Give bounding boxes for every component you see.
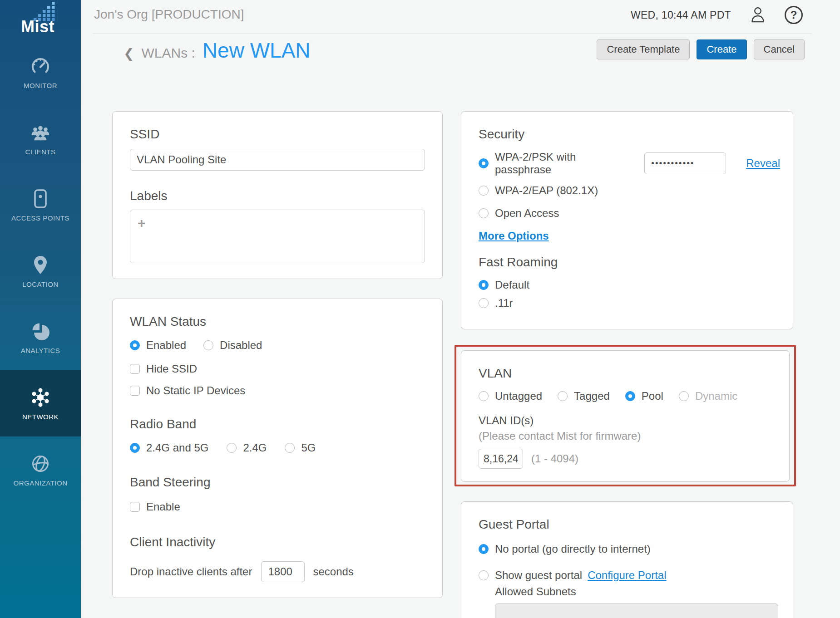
wlan-status-card: WLAN Status Enabled Disabled Hide SSID N… xyxy=(112,299,443,598)
vlan-untagged-radio[interactable] xyxy=(479,391,489,401)
vlan-ids-row: (1 - 4094) xyxy=(479,449,772,469)
show-portal-label: Show guest portal xyxy=(495,569,582,582)
hide-ssid-label: Hide SSID xyxy=(146,363,197,375)
sidebar-item-access-points[interactable]: ACCESS POINTS xyxy=(0,172,81,238)
fast-roaming-title: Fast Roaming xyxy=(479,255,780,270)
vlan-firmware-note: (Please contact Mist for firmware) xyxy=(479,430,772,442)
reveal-link[interactable]: Reveal xyxy=(746,157,780,170)
clock-text: WED, 10:44 AM PDT xyxy=(631,9,731,21)
wpa2-eap-radio[interactable] xyxy=(479,186,489,196)
network-icon xyxy=(30,387,51,408)
vlan-ids-input[interactable] xyxy=(479,449,523,469)
fast-roaming-default-label: Default xyxy=(495,279,529,291)
sidebar-item-clients[interactable]: CLIENTS xyxy=(0,105,81,172)
mist-logo-text: Mist xyxy=(21,17,54,36)
no-static-ip-label: No Static IP Devices xyxy=(146,384,245,397)
help-icon: ? xyxy=(785,6,803,24)
band-steering-checkbox[interactable] xyxy=(130,502,140,512)
sidebar-item-label: ANALYTICS xyxy=(21,347,60,354)
band-steering-enable-row: Enable xyxy=(130,500,425,513)
back-chevron-icon[interactable]: ❮ xyxy=(124,46,134,61)
disabled-radio[interactable] xyxy=(203,340,213,350)
vlan-pool-radio[interactable] xyxy=(625,391,635,401)
wpa2-psk-row: WPA-2/PSK with passphrase Reveal xyxy=(479,151,780,176)
fast-roaming-default-radio[interactable] xyxy=(479,280,489,290)
configure-portal-link[interactable]: Configure Portal xyxy=(588,569,666,582)
sidebar-item-label: NETWORK xyxy=(22,413,59,421)
band-5g-radio[interactable] xyxy=(285,443,295,453)
enabled-radio[interactable] xyxy=(130,340,140,350)
account-button[interactable] xyxy=(750,5,766,25)
no-portal-row: No portal (go directly to internet) xyxy=(479,543,776,555)
show-portal-row: Show guest portal Configure Portal xyxy=(479,569,776,582)
sidebar-item-organization[interactable]: ORGANIZATION xyxy=(0,437,81,503)
no-portal-radio[interactable] xyxy=(479,544,489,554)
sidebar-item-location[interactable]: LOCATION xyxy=(0,238,81,304)
open-access-row: Open Access xyxy=(479,207,780,220)
header-divider xyxy=(93,34,812,34)
hide-ssid-checkbox[interactable] xyxy=(130,364,140,374)
vlan-title: VLAN xyxy=(479,366,772,381)
wpa2-psk-radio[interactable] xyxy=(479,158,489,168)
fast-roaming-default-row: Default xyxy=(479,279,780,291)
band-24g-label: 2.4G xyxy=(243,441,267,454)
fast-roaming-11r-radio[interactable] xyxy=(479,298,489,308)
show-portal-radio[interactable] xyxy=(479,570,489,580)
sidebar-item-label: ORGANIZATION xyxy=(13,479,67,487)
mist-logo[interactable]: Mist xyxy=(0,0,81,39)
location-pin-icon xyxy=(30,254,51,276)
passphrase-input[interactable] xyxy=(644,152,726,174)
help-button[interactable]: ? xyxy=(785,6,803,24)
allowed-subnets-input[interactable] xyxy=(495,603,778,618)
fast-roaming-11r-row: .11r xyxy=(479,297,780,309)
vlan-pool-label: Pool xyxy=(642,390,663,402)
vlan-options: Untagged Tagged Pool Dynamic xyxy=(479,390,772,402)
vlan-dynamic-radio[interactable] xyxy=(679,391,689,401)
help-glyph: ? xyxy=(791,9,797,21)
access-points-icon xyxy=(30,188,51,210)
header-right: WED, 10:44 AM PDT ? xyxy=(631,5,803,25)
vlan-untagged-label: Untagged xyxy=(495,390,542,402)
vlan-range-hint: (1 - 4094) xyxy=(531,452,578,465)
hide-ssid-row: Hide SSID xyxy=(130,363,425,375)
open-access-label: Open Access xyxy=(495,207,559,220)
band-both-radio[interactable] xyxy=(130,443,140,453)
client-inactivity-row: Drop inactive clients after seconds xyxy=(130,561,425,582)
org-title: Jon's Org [PRODUCTION] xyxy=(94,7,244,22)
wpa2-eap-row: WPA-2/EAP (802.1X) xyxy=(479,184,780,197)
header-actions: Create Template Create Cancel xyxy=(597,39,805,59)
security-title: Security xyxy=(479,127,780,142)
guest-portal-card: Guest Portal No portal (go directly to i… xyxy=(461,501,793,618)
band-both-label: 2.4G and 5G xyxy=(146,441,208,454)
no-static-ip-checkbox[interactable] xyxy=(130,386,140,396)
sidebar-item-label: CLIENTS xyxy=(25,148,56,156)
inactivity-seconds-input[interactable] xyxy=(261,561,305,582)
create-button[interactable]: Create xyxy=(697,39,746,59)
clients-icon xyxy=(30,122,51,143)
sidebar-item-analytics[interactable]: ANALYTICS xyxy=(0,304,81,370)
create-template-button[interactable]: Create Template xyxy=(597,39,690,59)
add-label-icon[interactable]: + xyxy=(138,216,146,231)
person-icon xyxy=(750,5,766,25)
drop-suffix-label: seconds xyxy=(313,565,353,578)
ssid-card: SSID Labels + xyxy=(112,111,443,279)
more-options-link[interactable]: More Options xyxy=(479,230,549,242)
band-24g-radio[interactable] xyxy=(227,443,237,453)
open-access-radio[interactable] xyxy=(479,208,489,218)
cancel-button[interactable]: Cancel xyxy=(754,39,805,59)
drop-prefix-label: Drop inactive clients after xyxy=(130,565,252,578)
vlan-tagged-label: Tagged xyxy=(574,390,610,402)
sidebar-item-monitor[interactable]: MONITOR xyxy=(0,39,81,105)
ssid-input[interactable] xyxy=(130,149,425,171)
vlan-tagged-radio[interactable] xyxy=(558,391,568,401)
page-title: New WLAN xyxy=(203,38,311,63)
allowed-subnets-label: Allowed Subnets xyxy=(495,585,776,598)
breadcrumb-wlans[interactable]: WLANs : xyxy=(141,45,195,61)
band-steering-enable-label: Enable xyxy=(146,500,180,513)
labels-box[interactable]: + xyxy=(130,210,425,263)
sidebar-item-label: ACCESS POINTS xyxy=(11,214,69,222)
sidebar-item-network[interactable]: NETWORK xyxy=(0,370,81,437)
security-card: Security WPA-2/PSK with passphrase Revea… xyxy=(461,111,793,329)
gauge-icon xyxy=(30,55,51,77)
band-steering-title: Band Steering xyxy=(130,475,425,490)
